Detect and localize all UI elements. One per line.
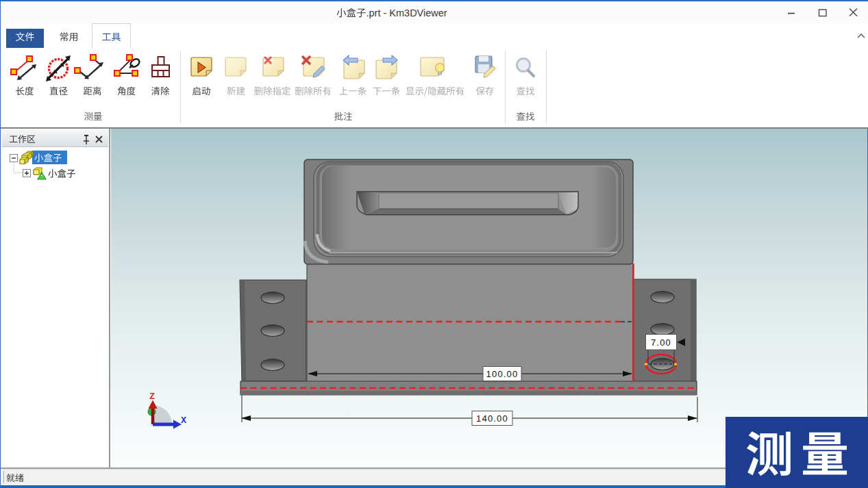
svg-text:.prt - Km3DViewer: .prt - Km3DViewer bbox=[367, 8, 447, 18]
